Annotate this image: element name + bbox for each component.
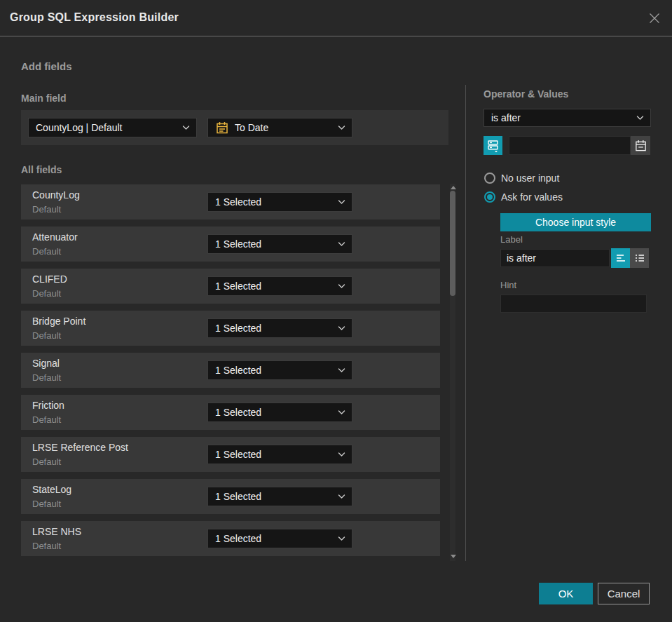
field-name: Signal	[32, 358, 60, 369]
field-row: CLIFED Default 1 Selected	[21, 269, 440, 304]
scroll-down-icon[interactable]	[451, 555, 456, 558]
field-name: Bridge Point	[32, 316, 85, 327]
field-subtitle: Default	[32, 246, 61, 257]
chevron-down-icon	[636, 116, 644, 121]
field-selected-dropdown[interactable]: 1 Selected	[207, 234, 352, 254]
close-icon[interactable]	[646, 10, 663, 27]
chevron-down-icon	[338, 326, 345, 331]
choose-input-style-button[interactable]: Choose input style	[500, 213, 651, 231]
field-subtitle: Default	[32, 288, 61, 299]
chevron-down-icon	[338, 410, 345, 415]
radio-ask-for-values-label: Ask for values	[501, 191, 563, 203]
main-field-dropdown[interactable]: CountyLog | Default	[28, 118, 197, 137]
field-row: Attenuator Default 1 Selected	[21, 227, 440, 262]
hint-input[interactable]	[500, 295, 647, 313]
stacked-fields-icon	[486, 138, 500, 153]
chevron-down-icon	[182, 126, 190, 130]
label-input[interactable]	[500, 249, 610, 267]
operator-dropdown[interactable]: is after	[484, 109, 651, 127]
calendar-icon	[215, 121, 229, 135]
ok-button[interactable]: OK	[539, 583, 593, 604]
field-name: LRSE Reference Post	[32, 442, 128, 453]
radio-checked-icon	[484, 191, 495, 203]
field-selected-dropdown[interactable]: 1 Selected	[207, 487, 352, 506]
field-row: Bridge Point Default 1 Selected	[21, 311, 440, 346]
chevron-down-icon	[338, 242, 345, 247]
group-sql-expression-builder-dialog: Group SQL Expression Builder Add fields …	[0, 0, 672, 622]
scroll-up-icon[interactable]	[451, 186, 456, 189]
dialog-title: Group SQL Expression Builder	[10, 11, 179, 24]
main-field-label: Main field	[21, 93, 67, 104]
chevron-down-icon	[338, 536, 345, 541]
field-subtitle: Default	[32, 499, 61, 509]
operator-values-title: Operator & Values	[484, 88, 568, 100]
field-name: StateLog	[32, 484, 71, 495]
hint-field-label: Hint	[500, 280, 516, 290]
field-row: LRSE Reference Post Default 1 Selected	[21, 437, 440, 472]
panel-divider	[465, 85, 466, 561]
cancel-button[interactable]: Cancel	[598, 583, 650, 604]
field-selected-dropdown[interactable]: 1 Selected	[207, 318, 352, 338]
radio-ask-for-values[interactable]: Ask for values	[484, 191, 563, 203]
field-selected-dropdown[interactable]: 1 Selected	[207, 276, 352, 296]
operator-dropdown-value: is after	[491, 112, 521, 123]
field-selected-value: 1 Selected	[215, 238, 261, 250]
field-selected-dropdown[interactable]: 1 Selected	[207, 403, 352, 422]
value-input[interactable]	[509, 136, 631, 155]
chevron-down-icon	[338, 200, 345, 205]
main-field-dropdown-value: CountyLog | Default	[36, 122, 123, 133]
field-subtitle: Default	[32, 414, 61, 425]
field-name: CountyLog	[32, 189, 80, 201]
chevron-down-icon	[338, 452, 345, 457]
chevron-down-icon	[338, 494, 345, 499]
field-selected-value: 1 Selected	[215, 449, 261, 460]
all-fields-list: CountyLog Default 1 Selected Attenuator …	[21, 184, 440, 563]
field-name: LRSE NHS	[32, 526, 81, 537]
all-fields-label: All fields	[21, 164, 62, 175]
main-field-type-value: To Date	[235, 122, 268, 133]
radio-no-user-input-label: No user input	[501, 173, 559, 184]
field-selected-value: 1 Selected	[215, 365, 261, 376]
field-selected-dropdown[interactable]: 1 Selected	[207, 360, 352, 380]
field-subtitle: Default	[32, 541, 61, 551]
field-subtitle: Default	[32, 372, 61, 383]
field-row: LRSE NHS Default 1 Selected	[21, 521, 440, 556]
field-subtitle: Default	[32, 204, 61, 215]
list-style-button[interactable]	[630, 248, 649, 268]
field-selected-value: 1 Selected	[215, 280, 261, 292]
field-selected-dropdown[interactable]: 1 Selected	[207, 445, 352, 464]
field-selected-value: 1 Selected	[215, 196, 261, 208]
field-subtitle: Default	[32, 457, 61, 467]
date-picker-button[interactable]	[631, 136, 650, 155]
field-selected-value: 1 Selected	[215, 323, 261, 334]
radio-no-user-input[interactable]: No user input	[484, 173, 559, 184]
field-name: Friction	[32, 400, 64, 411]
label-field-label: Label	[500, 234, 523, 245]
scrollbar-thumb[interactable]	[450, 191, 455, 296]
field-selected-dropdown[interactable]: 1 Selected	[207, 192, 352, 212]
radio-unchecked-icon	[484, 173, 495, 184]
field-name: CLIFED	[32, 273, 67, 285]
value-input-type-button[interactable]	[484, 136, 502, 155]
field-row: StateLog Default 1 Selected	[21, 479, 440, 514]
main-field-panel: CountyLog | Default To Date	[21, 110, 448, 145]
field-row: Friction Default 1 Selected	[21, 395, 440, 430]
single-line-style-button[interactable]	[611, 248, 630, 268]
main-field-type-dropdown[interactable]: To Date	[207, 118, 352, 137]
field-name: Attenuator	[32, 231, 78, 243]
align-left-icon	[615, 252, 627, 264]
chevron-down-icon	[338, 368, 345, 373]
field-row: CountyLog Default 1 Selected	[21, 184, 440, 219]
calendar-icon	[634, 139, 647, 152]
field-selected-value: 1 Selected	[215, 407, 261, 418]
section-title-add-fields: Add fields	[21, 60, 72, 72]
chevron-down-icon	[338, 126, 345, 130]
titlebar: Group SQL Expression Builder	[0, 0, 672, 36]
chevron-down-icon	[338, 284, 345, 289]
field-selected-dropdown[interactable]: 1 Selected	[207, 529, 352, 548]
field-row: Signal Default 1 Selected	[21, 353, 440, 388]
field-subtitle: Default	[32, 330, 61, 341]
field-selected-value: 1 Selected	[215, 491, 261, 502]
bulleted-list-icon	[633, 252, 646, 264]
field-selected-value: 1 Selected	[215, 533, 261, 544]
